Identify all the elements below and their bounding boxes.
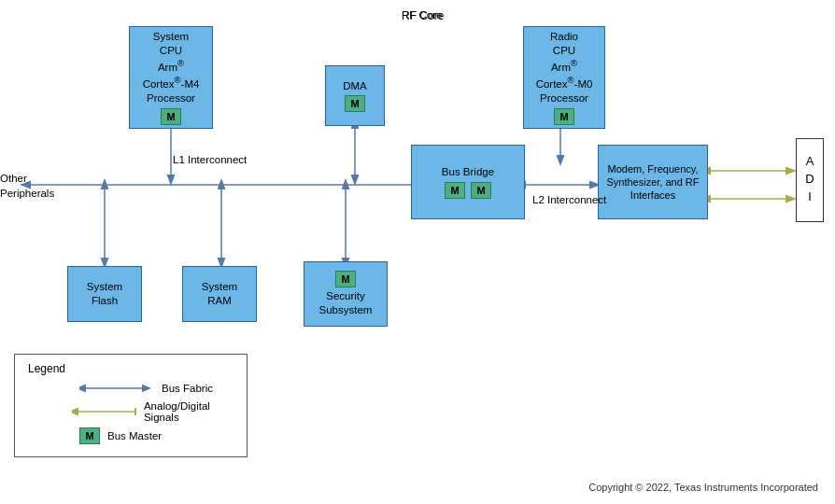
modem-label: Modem, Frequency,Synthesizer, and RFInte…: [606, 162, 699, 203]
adi-block: ADI: [796, 138, 824, 222]
legend-title: Legend: [28, 362, 79, 375]
radio-cpu-badge: M: [554, 108, 574, 125]
security-subsystem-block: M SecuritySubsystem: [304, 261, 388, 327]
legend-bus-fabric-row: Bus Fabric: [28, 381, 234, 396]
system-ram-block: SystemRAM: [182, 266, 257, 322]
bus-bridge-label: Bus Bridge: [442, 165, 494, 179]
dma-label: DMA: [343, 79, 367, 93]
legend: Legend Bus Fabric: [14, 354, 248, 457]
modem-block: Modem, Frequency,Synthesizer, and RFInte…: [598, 145, 708, 219]
diagram-container: RF Core SystemCPUArm®Cortex®-M4Processor…: [0, 0, 835, 504]
security-badge: M: [335, 271, 356, 287]
l1-interconnect-label: L1 Interconnect: [173, 154, 247, 165]
legend-bus-fabric-text: Bus Fabric: [162, 383, 213, 394]
legend-bus-master-text: Bus Master: [107, 430, 162, 441]
legend-analog-row: Analog/Digital Signals: [28, 400, 234, 423]
system-flash-label: SystemFlash: [87, 280, 122, 308]
bus-bridge-badge2: M: [471, 182, 491, 199]
legend-analog-text: Analog/Digital Signals: [144, 400, 234, 423]
legend-bus-master-row: M Bus Master: [28, 427, 234, 444]
l2-interconnect-label: L2 Interconnect: [532, 194, 606, 205]
legend-m-badge: M: [79, 427, 100, 444]
dma-badge: M: [345, 95, 365, 112]
system-cpu-block: SystemCPUArm®Cortex®-M4Processor M: [129, 26, 213, 129]
dma-block: DMA M: [325, 65, 385, 126]
rf-core-text: RF Core: [402, 9, 442, 21]
legend-analog-arrow: [72, 404, 136, 419]
other-peripherals-label: OtherPeripherals: [0, 171, 54, 201]
system-ram-label: SystemRAM: [202, 280, 237, 308]
system-cpu-label: SystemCPUArm®Cortex®-M4Processor: [143, 30, 200, 105]
system-flash-block: SystemFlash: [67, 266, 142, 322]
system-cpu-badge: M: [161, 108, 181, 125]
radio-cpu-label: RadioCPUArm®Cortex®-M0Processor: [536, 30, 593, 105]
security-label: SecuritySubsystem: [319, 289, 373, 317]
bus-bridge-block: Bus Bridge M M: [411, 145, 525, 219]
adi-label: ADI: [803, 154, 817, 207]
copyright: Copyright © 2022, Texas Instruments Inco…: [588, 482, 818, 493]
bus-bridge-badge1: M: [445, 182, 465, 199]
radio-cpu-block: RadioCPUArm®Cortex®-M0Processor M: [523, 26, 605, 129]
legend-bus-fabric-arrow: [79, 381, 154, 396]
